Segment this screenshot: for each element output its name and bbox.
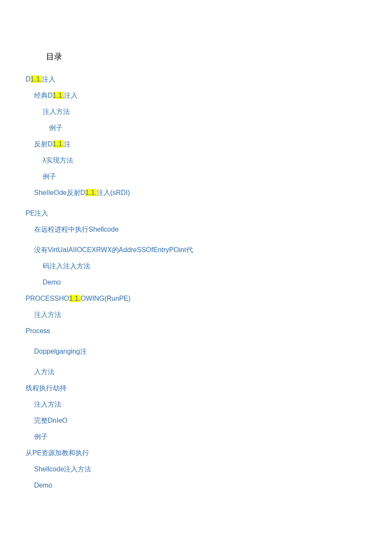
toc-link-text: OWING(RunPE) — [81, 295, 130, 302]
toc-link-text: 从PE资源加教和执行 — [26, 449, 89, 456]
toc-link-text: 注入(sRDI) — [97, 189, 130, 196]
toc-title: 目录 — [46, 51, 392, 62]
toc-item-example[interactable]: 例子 — [49, 123, 392, 133]
toc-item-remote-shellcode[interactable]: 在远程进程中执行Shellcode — [34, 224, 392, 235]
toc-link-text: D — [26, 76, 31, 83]
toc-link-text: 没有VirtUaIAIIOCEXRWX的AddreSSOfEntryPOint代 — [34, 246, 193, 253]
toc-item-shellcode-reflective[interactable]: SheIIeOde反射D1.1.注入(sRDI) — [34, 188, 392, 198]
toc-link-text: 注入 — [42, 76, 55, 83]
toc-link-text: 注入方法 — [34, 401, 61, 408]
toc-item-lambda-method[interactable]: λ实现方法 — [43, 155, 392, 166]
toc-link-text: λ实现方法 — [43, 157, 73, 164]
toc-item-shellcode-method[interactable]: Shellcode注入方法 — [34, 464, 392, 474]
toc-link-text: 经典D — [34, 92, 53, 99]
toc-link-text: Shellcode注入方法 — [34, 465, 91, 473]
highlight-text: 1.1. — [69, 295, 81, 302]
highlight-text: 1.1. — [53, 140, 64, 148]
toc-item-example[interactable]: 例子 — [34, 432, 392, 442]
highlight-text: 1.1. — [31, 76, 42, 83]
toc-link-text: Doppelganging注 — [34, 348, 87, 355]
toc-item-process-hollowing[interactable]: PROCESSHO1.1.OWING(RunPE) — [26, 293, 392, 304]
toc-item-process[interactable]: Process — [26, 326, 392, 336]
toc-link-text: 注 — [64, 140, 71, 148]
toc-item-demo[interactable]: Demo — [34, 480, 392, 491]
toc-item-demo[interactable]: Demo — [43, 277, 392, 288]
toc-item-injection-method[interactable]: 注入方法 — [43, 107, 392, 117]
toc-item-injection-method[interactable]: 注入方法 — [34, 399, 392, 410]
toc-item-example[interactable]: 例子 — [43, 171, 392, 182]
highlight-text: 1.1. — [53, 92, 64, 99]
toc-link-text: Demo — [43, 279, 61, 286]
toc-item-code-injection[interactable]: 码注入注入方法 — [43, 261, 392, 271]
toc-item-dll-injection[interactable]: D1.1.注入 — [26, 74, 392, 84]
toc-link-text: 例子 — [34, 433, 48, 440]
toc-item-reflective-dll[interactable]: 反射D1.1.注 — [34, 139, 392, 149]
toc-item-classic-dll[interactable]: 经典D1.1.注入 — [34, 90, 392, 101]
toc-item-pe-resource[interactable]: 从PE资源加教和执行 — [26, 448, 392, 458]
toc-link-text: 反射D — [34, 140, 53, 148]
toc-link-text: 例子 — [43, 173, 56, 180]
toc-container: 目录 D1.1.注入 经典D1.1.注入 注入方法 例子 反射D1.1.注 λ实… — [0, 0, 392, 491]
toc-link-text: 注入方法 — [34, 311, 61, 318]
toc-link-text: 例子 — [49, 124, 63, 131]
toc-item-in-method[interactable]: 入方法 — [34, 367, 392, 377]
highlight-text: 1.1. — [85, 189, 97, 196]
toc-link-text: SheIIeOde反射D — [34, 189, 85, 196]
toc-link-text: Demo — [34, 482, 52, 489]
toc-link-text: 注入方法 — [43, 108, 70, 115]
toc-item-pe-injection[interactable]: PE注入 — [26, 208, 392, 218]
toc-link-text: PE注入 — [26, 209, 48, 217]
toc-link-text: Process — [26, 327, 50, 334]
toc-link-text: 在远程进程中执行Shellcode — [34, 226, 118, 233]
toc-item-no-virtual-alloc[interactable]: 没有VirtUaIAIIOCEXRWX的AddreSSOfEntryPOint代 — [34, 245, 392, 255]
toc-link-text: 码注入注 — [43, 262, 70, 270]
toc-link-text: PROCESSHO — [26, 295, 69, 302]
toc-item-doppelganging[interactable]: Doppelganging注 — [34, 346, 392, 357]
toc-item-complete-demo[interactable]: 完整DnIeO — [34, 416, 392, 426]
toc-link-text: 入方法 — [34, 368, 55, 375]
toc-item-injection-method[interactable]: 注入方法 — [34, 310, 392, 320]
toc-link-text: 入方法 — [70, 262, 90, 270]
toc-item-thread-hijack[interactable]: 线程执行劫持 — [26, 383, 392, 393]
toc-link-text: 注入 — [64, 92, 78, 99]
toc-link-text: 完整DnIeO — [34, 417, 67, 424]
toc-link-text: 线程执行劫持 — [26, 384, 66, 392]
